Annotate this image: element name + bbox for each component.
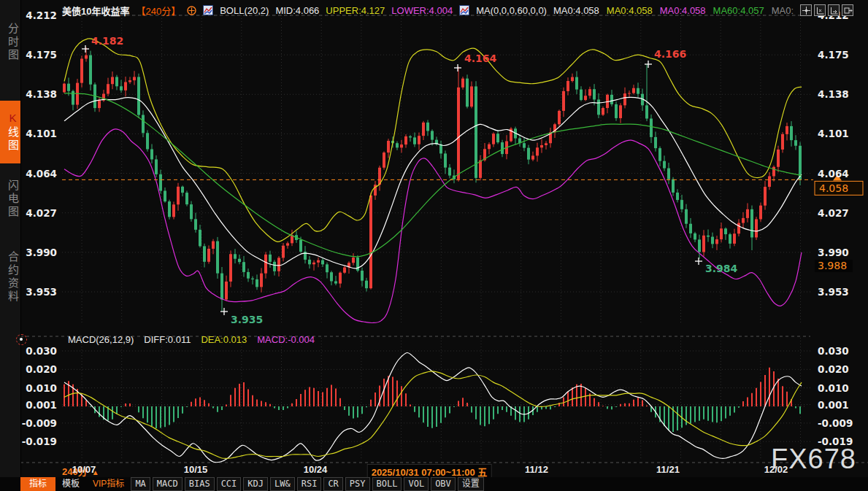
price-annotation: 4.182 — [91, 35, 123, 47]
candle-body — [85, 55, 88, 59]
candle-body — [724, 228, 727, 234]
date-tick-label: 10/15 — [184, 464, 208, 475]
candle-body — [466, 79, 469, 107]
candle-body — [247, 272, 250, 279]
candle-body — [150, 149, 153, 159]
axis-label-right: 4.175 — [818, 49, 849, 61]
candle-body — [80, 59, 83, 83]
candle-series — [63, 47, 802, 311]
candle-body — [790, 126, 793, 140]
pane-icon-group — [800, 4, 853, 16]
candle-body — [396, 143, 399, 147]
toolbar-button-设置[interactable]: 设置 — [458, 477, 484, 491]
macd-axis-label-right: -0.009 — [818, 417, 853, 429]
axis-label-left: 4.175 — [26, 49, 57, 61]
candle-body — [269, 255, 272, 262]
candle-body — [488, 144, 491, 150]
toolbar-button-BIAS[interactable]: BIAS — [185, 477, 215, 491]
candle-body — [256, 279, 258, 287]
link-circle-icon[interactable] — [187, 5, 196, 16]
chart-canvas[interactable]: 4.0583.9884.2124.2124.1754.1754.1384.138… — [0, 0, 868, 491]
toolbar-button-OBV[interactable]: OBV — [431, 477, 456, 491]
ma-value: MA0:4.058 — [553, 5, 599, 16]
axis-label-left: 4.064 — [26, 168, 57, 179]
candle-body — [786, 126, 788, 134]
toolbar-button-VOL[interactable]: VOL — [404, 477, 429, 491]
candle-body — [492, 134, 495, 144]
sidebar-tab-1[interactable]: 分时图 — [0, 4, 20, 80]
candle-body — [413, 137, 416, 144]
candle-body — [365, 281, 368, 288]
macd-axis-label-right: 0.020 — [818, 363, 849, 375]
toolbar-button-CR[interactable]: CR — [323, 477, 342, 491]
candle-body — [742, 218, 745, 223]
toolbar-button-模板[interactable]: 模板 — [55, 477, 86, 491]
pan-chart-icon[interactable] — [842, 4, 853, 16]
candle-body — [155, 159, 158, 174]
candle-body — [212, 241, 215, 249]
sidebar-tab-2[interactable]: K线图 — [0, 101, 20, 163]
macd-axis-label-right: 0.010 — [818, 382, 849, 394]
candle-body — [707, 236, 710, 237]
candle-body — [159, 174, 162, 191]
candle-body — [536, 147, 539, 155]
candle-body — [330, 272, 333, 281]
candle-body — [527, 148, 530, 160]
candle-body — [602, 108, 604, 115]
candle-body — [632, 88, 635, 93]
candle-body — [676, 193, 679, 200]
macd-axis-label-left: 0.030 — [26, 345, 57, 357]
candle-body — [111, 77, 114, 84]
toolbar-button-LW&[interactable]: LW& — [270, 477, 295, 491]
macd-settings-icon[interactable] — [16, 334, 27, 345]
toolbar-button-MA[interactable]: MA — [131, 477, 150, 491]
candle-body — [426, 123, 429, 131]
candle-body — [317, 260, 320, 263]
toolbar-button-KDJ[interactable]: KDJ — [243, 477, 268, 491]
macd-axis-label-left: 0.001 — [26, 399, 57, 411]
sidebar-tab-3[interactable]: 闪电图 — [0, 163, 20, 235]
candle-body — [720, 228, 723, 239]
candle-body — [711, 237, 714, 244]
candle-body — [352, 258, 355, 263]
candle-body — [733, 233, 736, 244]
price-annotation: 3.984 — [705, 263, 738, 274]
toolbar-button-VIP指标[interactable]: VIP指标 — [86, 477, 131, 491]
candle-body — [694, 233, 696, 240]
candle-body — [312, 263, 315, 264]
ma-value: MA0: — [772, 5, 794, 16]
candle-body — [593, 89, 596, 99]
candle-body — [654, 137, 657, 148]
y-axis-zoom-icon[interactable] — [814, 4, 826, 16]
candle-body — [610, 95, 613, 104]
candle-body — [216, 241, 219, 274]
price-annotation: 4.166 — [654, 48, 686, 60]
toolbar-button-指标[interactable]: 指标 — [20, 477, 55, 491]
candle-body — [562, 91, 565, 111]
candle-body — [545, 143, 548, 145]
candle-body — [369, 196, 372, 288]
toolbar-button-PSY[interactable]: PSY — [345, 477, 370, 491]
boll-name: BOLL(20,2) — [220, 5, 269, 16]
candle-body — [746, 209, 749, 218]
toolbar-button-RSI[interactable]: RSI — [297, 477, 322, 491]
macd-axis-label-left: -0.019 — [22, 436, 57, 447]
candle-body — [540, 145, 543, 147]
candle-body — [339, 273, 342, 284]
toolbar-button-CCI[interactable]: CCI — [217, 477, 242, 491]
date-tick-label: 10/24 — [304, 464, 328, 475]
axis-label-right: 3.990 — [818, 247, 849, 258]
macd-axis-label-left: 0.020 — [26, 363, 57, 375]
candle-body — [496, 134, 499, 142]
toolbar-button-MACD[interactable]: MACD — [153, 477, 183, 491]
candle-body — [172, 204, 175, 217]
indicator-chart-icon[interactable] — [203, 5, 213, 16]
page-title: 美债10年收益率 — [62, 4, 129, 18]
toolbar-button-BOLL[interactable]: BOLL — [372, 477, 402, 491]
candle-body — [137, 77, 140, 115]
x-axis-zoom-icon[interactable] — [828, 4, 840, 16]
crosshair-tool-icon[interactable] — [800, 4, 812, 16]
sidebar-tab-4[interactable]: 合约资料 — [0, 232, 20, 322]
indicator-chart-icon[interactable] — [459, 5, 469, 16]
candle-body — [164, 191, 166, 202]
